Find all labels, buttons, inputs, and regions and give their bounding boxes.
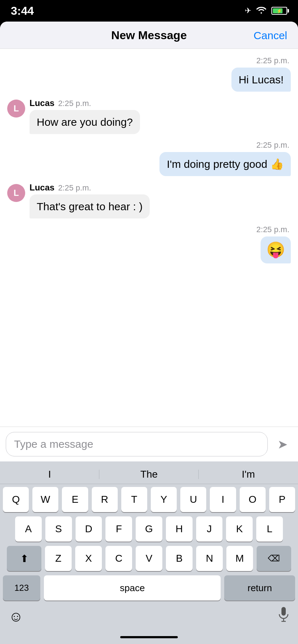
key-numbers[interactable]: 123 bbox=[3, 575, 40, 601]
key-f[interactable]: F bbox=[105, 516, 132, 542]
keyboard: I The I'm Q W E R T Y U I O P A S D bbox=[0, 461, 298, 644]
key-return[interactable]: return bbox=[224, 575, 295, 601]
key-r[interactable]: R bbox=[92, 487, 118, 512]
avatar-lucas-1: L bbox=[7, 100, 25, 118]
key-i[interactable]: I bbox=[210, 487, 236, 512]
key-l[interactable]: L bbox=[256, 516, 283, 542]
message-timestamp-1: 2:25 p.m. bbox=[256, 56, 289, 65]
key-e[interactable]: E bbox=[62, 487, 88, 512]
message-sent-5: 2:25 p.m. 😝 bbox=[256, 225, 291, 263]
messages-area: 2:25 p.m. Hi Lucas! L Lucas 2:25 p.m. Ho… bbox=[0, 49, 298, 427]
key-x[interactable]: X bbox=[75, 546, 102, 571]
key-w[interactable]: W bbox=[32, 487, 58, 512]
cancel-button[interactable]: Cancel bbox=[254, 29, 287, 42]
header: New Message Cancel bbox=[0, 22, 298, 49]
key-a[interactable]: A bbox=[15, 516, 42, 542]
sender-name-2: Lucas bbox=[30, 98, 54, 108]
main-container: New Message Cancel 2:25 p.m. Hi Lucas! L… bbox=[0, 22, 298, 644]
key-d[interactable]: D bbox=[76, 516, 102, 542]
message-bubble-2: How are you doing? bbox=[30, 110, 140, 134]
message-timestamp-5: 2:25 p.m. bbox=[256, 225, 289, 234]
key-p[interactable]: P bbox=[269, 487, 295, 512]
key-c[interactable]: C bbox=[105, 546, 132, 571]
suggestion-the[interactable]: The bbox=[99, 469, 199, 480]
message-received-2: L Lucas 2:25 p.m. How are you doing? bbox=[7, 98, 140, 134]
send-arrow-icon: ➤ bbox=[277, 437, 288, 451]
airplane-icon: ✈ bbox=[245, 6, 251, 15]
sender-name-4: Lucas bbox=[30, 183, 54, 193]
key-s[interactable]: S bbox=[45, 516, 72, 542]
sender-info-4: Lucas 2:25 p.m. bbox=[30, 183, 150, 193]
key-z[interactable]: Z bbox=[45, 546, 72, 571]
suggestion-i[interactable]: I bbox=[0, 469, 99, 480]
key-j[interactable]: J bbox=[196, 516, 223, 542]
message-received-4: L Lucas 2:25 p.m. That's great to hear :… bbox=[7, 183, 150, 218]
message-input[interactable] bbox=[6, 432, 268, 456]
message-bubble-3: I'm doing pretty good 👍 bbox=[159, 152, 291, 176]
bubble-wrapper-4: Lucas 2:25 p.m. That's great to hear : ) bbox=[30, 183, 150, 218]
key-y[interactable]: Y bbox=[151, 487, 177, 512]
key-u[interactable]: U bbox=[180, 487, 206, 512]
input-area: ➤ bbox=[0, 427, 298, 461]
avatar-lucas-2: L bbox=[7, 184, 25, 202]
message-timestamp-3: 2:25 p.m. bbox=[256, 141, 289, 150]
key-backspace[interactable]: ⌫ bbox=[257, 546, 291, 571]
key-k[interactable]: K bbox=[226, 516, 253, 542]
header-title: New Message bbox=[111, 29, 187, 42]
key-b[interactable]: B bbox=[166, 546, 193, 571]
keyboard-rows: Q W E R T Y U I O P A S D F G H J K bbox=[0, 487, 298, 601]
emoji-button[interactable]: ☺ bbox=[9, 608, 23, 625]
key-v[interactable]: V bbox=[136, 546, 162, 571]
svg-rect-0 bbox=[281, 607, 286, 616]
status-icons: ✈ ⚡ bbox=[245, 6, 287, 16]
message-sent-1: 2:25 p.m. Hi Lucas! bbox=[231, 56, 291, 92]
message-sent-3: 2:25 p.m. I'm doing pretty good 👍 bbox=[159, 141, 291, 176]
keyboard-bottom: ☺ bbox=[0, 605, 298, 633]
microphone-button[interactable] bbox=[278, 607, 289, 626]
key-row-2: A S D F G H J K L bbox=[3, 516, 295, 542]
home-bar bbox=[120, 636, 178, 638]
key-m[interactable]: M bbox=[226, 546, 253, 571]
key-row-1: Q W E R T Y U I O P bbox=[3, 487, 295, 512]
key-row-4: 123 space return bbox=[3, 575, 295, 601]
key-g[interactable]: G bbox=[136, 516, 162, 542]
keyboard-suggestions: I The I'm bbox=[0, 465, 298, 484]
key-space[interactable]: space bbox=[44, 575, 221, 601]
send-button[interactable]: ➤ bbox=[273, 434, 292, 454]
battery-icon: ⚡ bbox=[271, 7, 287, 15]
home-indicator-bar bbox=[0, 633, 298, 644]
key-n[interactable]: N bbox=[196, 546, 223, 571]
key-h[interactable]: H bbox=[166, 516, 193, 542]
status-bar: 3:44 ✈ ⚡ bbox=[0, 0, 298, 22]
status-time: 3:44 bbox=[11, 4, 34, 18]
message-bubble-4: That's great to hear : ) bbox=[30, 194, 150, 218]
key-row-3: ⬆ Z X C V B N M ⌫ bbox=[3, 546, 295, 571]
key-q[interactable]: Q bbox=[3, 487, 29, 512]
message-bubble-1: Hi Lucas! bbox=[231, 68, 291, 92]
sender-time-2: 2:25 p.m. bbox=[58, 99, 91, 108]
suggestion-im[interactable]: I'm bbox=[199, 469, 298, 480]
bubble-wrapper-2: Lucas 2:25 p.m. How are you doing? bbox=[30, 98, 140, 134]
message-bubble-5: 😝 bbox=[261, 236, 291, 263]
wifi-icon bbox=[256, 6, 266, 16]
key-o[interactable]: O bbox=[240, 487, 266, 512]
key-shift[interactable]: ⬆ bbox=[7, 546, 41, 571]
sender-info-2: Lucas 2:25 p.m. bbox=[30, 98, 140, 108]
key-t[interactable]: T bbox=[121, 487, 147, 512]
sender-time-4: 2:25 p.m. bbox=[58, 183, 91, 193]
